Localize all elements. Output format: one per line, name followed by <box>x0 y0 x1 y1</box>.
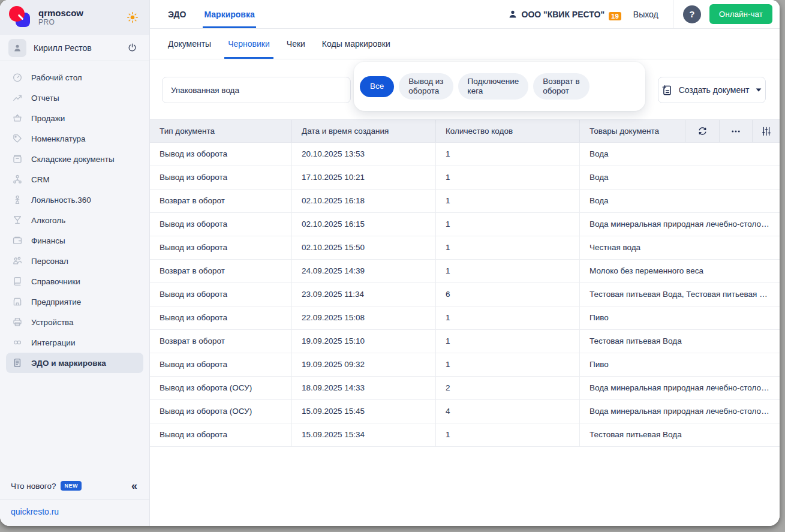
sidebar-item-crm[interactable]: CRM <box>6 169 143 190</box>
tab-чеки[interactable]: Чеки <box>287 29 305 59</box>
cell-document-type: Вывод из оборота <box>150 236 292 259</box>
sidebar-item-loyalty[interactable]: Лояльность.360 <box>6 190 143 210</box>
tab-документы[interactable]: Документы <box>168 29 211 59</box>
refresh-button[interactable] <box>685 120 720 142</box>
filter-chip[interactable]: Подключение кега <box>458 73 529 100</box>
cell-codes-count: 1 <box>436 306 580 329</box>
sidebar-item-reports[interactable]: Отчеты <box>6 88 143 108</box>
sidebar-item-label: Лояльность.360 <box>31 196 91 205</box>
sidebar-item-integrations[interactable]: Интеграции <box>6 332 143 353</box>
column-header-type: Тип документа <box>150 120 292 142</box>
sidebar-item-alcohol[interactable]: Алкоголь <box>6 210 143 230</box>
column-header-created: Дата и время создания <box>292 120 436 142</box>
sidebar-item-edo[interactable]: ЭДО и маркировка <box>6 353 143 373</box>
table-row[interactable]: Возврат в оборот 19.09.2025 15:10 1 Тест… <box>150 330 780 353</box>
sidebar-item-directories[interactable]: Справочники <box>6 271 143 291</box>
top-nav-tab[interactable]: ЭДО <box>168 0 186 28</box>
logout-link[interactable]: Выход <box>633 10 658 19</box>
cell-codes-count: 2 <box>436 377 580 399</box>
collapse-sidebar-icon[interactable]: « <box>131 480 137 491</box>
cell-created-datetime: 24.09.2025 14:39 <box>292 260 436 282</box>
filter-chip[interactable]: Возврат в оборот <box>533 73 589 100</box>
staff-icon <box>12 256 23 266</box>
online-chat-button[interactable]: Онлайн-чат <box>709 4 772 24</box>
cell-products: Тестовая питьевая Вода <box>580 330 780 353</box>
table-row[interactable]: Вывод из оборота 20.10.2025 13:53 1 Вода <box>150 143 780 166</box>
sidebar-item-sales[interactable]: Продажи <box>6 108 143 128</box>
filter-chip[interactable]: Все <box>360 76 394 97</box>
sidebar-item-label: Отчеты <box>31 94 59 103</box>
cell-created-datetime: 02.10.2025 16:18 <box>292 190 436 212</box>
cell-document-type: Вывод из оборота <box>150 213 292 236</box>
table-row[interactable]: Вывод из оборота (ОСУ) 18.09.2025 14:33 … <box>150 377 780 400</box>
sidebar-item-devices[interactable]: Устройства <box>6 312 143 332</box>
cell-products: Пиво <box>580 306 780 329</box>
search-input[interactable] <box>162 77 351 103</box>
cell-products: Пиво <box>580 353 780 376</box>
cell-document-type: Возврат в оборот <box>150 190 292 212</box>
cell-created-datetime: 20.10.2025 13:53 <box>292 143 436 166</box>
site-link[interactable]: quickresto.ru <box>0 500 149 526</box>
cell-created-datetime: 18.09.2025 14:33 <box>292 377 436 399</box>
sidebar-header: qrmoscow PRO <box>0 0 149 35</box>
cell-document-type: Вывод из оборота <box>150 423 292 446</box>
cell-document-type: Вывод из оборота <box>150 166 292 189</box>
user-row[interactable]: Кирилл Рестов <box>0 35 149 61</box>
sidebar-item-label: CRM <box>31 175 50 184</box>
cell-codes-count: 1 <box>436 143 580 166</box>
theme-sun-icon[interactable] <box>127 11 139 23</box>
sidebar-item-label: Интеграции <box>31 338 75 347</box>
top-nav: ЭДОМаркировка <box>168 0 255 28</box>
topbar: ЭДОМаркировка ООО "КВИК РЕСТО" 19 Выход … <box>150 0 780 29</box>
table-row[interactable]: Вывод из оборота 02.10.2025 15:50 1 Чест… <box>150 236 780 260</box>
whats-new-row[interactable]: Что нового? NEW « <box>0 472 149 500</box>
table-row[interactable]: Вывод из оборота 17.10.2025 10:21 1 Вода <box>150 166 780 190</box>
table-row[interactable]: Вывод из оборота 22.09.2025 15:08 1 Пиво <box>150 306 780 330</box>
crm-icon <box>12 174 23 185</box>
tab-черновики[interactable]: Черновики <box>228 29 270 59</box>
help-button[interactable]: ? <box>683 5 701 23</box>
cell-codes-count: 1 <box>436 236 580 259</box>
top-nav-tab[interactable]: Маркировка <box>204 0 254 28</box>
topbar-divider <box>673 0 673 29</box>
enterprise-icon <box>12 296 23 307</box>
cell-codes-count: 1 <box>436 260 580 282</box>
column-header-codes: Количество кодов <box>436 120 580 142</box>
cell-codes-count: 1 <box>436 330 580 353</box>
sidebar-item-label: Алкоголь <box>31 216 65 225</box>
cell-products: Тестовая питьевая Вода <box>580 423 780 446</box>
cell-created-datetime: 19.09.2025 09:32 <box>292 353 436 376</box>
new-badge: NEW <box>61 481 82 491</box>
power-icon[interactable] <box>127 43 137 53</box>
cell-document-type: Вывод из оборота (ОСУ) <box>150 400 292 423</box>
column-settings-button[interactable] <box>753 120 780 142</box>
whats-new-label: Что нового? <box>11 482 56 491</box>
organization[interactable]: ООО "КВИК РЕСТО" 19 <box>508 8 621 20</box>
integrations-icon <box>12 337 23 348</box>
sidebar-item-nomenclature[interactable]: Номенклатура <box>6 128 143 149</box>
sidebar-item-desktop[interactable]: Рабочий стол <box>6 67 143 88</box>
more-options-button[interactable] <box>720 120 753 142</box>
table-row[interactable]: Вывод из оборота (ОСУ) 15.09.2025 15:45 … <box>150 400 780 423</box>
tab-коды-маркировки[interactable]: Коды маркировки <box>322 29 390 59</box>
table-row[interactable]: Вывод из оборота 23.09.2025 11:34 6 Тест… <box>150 283 780 306</box>
marking-tabs: ДокументыЧерновикиЧекиКоды маркировки <box>150 29 780 59</box>
cell-document-type: Возврат в оборот <box>150 260 292 282</box>
create-document-button[interactable]: Создать документ <box>658 77 766 103</box>
table-row[interactable]: Вывод из оборота 02.10.2025 16:15 1 Вода… <box>150 213 780 236</box>
sidebar-item-label: ЭДО и маркировка <box>31 359 106 368</box>
table-row[interactable]: Вывод из оборота 19.09.2025 09:32 1 Пиво <box>150 353 780 377</box>
create-document-label: Создать документ <box>679 85 750 95</box>
sidebar-item-warehouse[interactable]: Складские документы <box>6 149 143 169</box>
sidebar-item-staff[interactable]: Персонал <box>6 251 143 271</box>
table-row[interactable]: Возврат в оборот 02.10.2025 16:18 1 Вода <box>150 190 780 213</box>
filter-chip[interactable]: Вывод из оборота <box>399 73 453 100</box>
cell-created-datetime: 02.10.2025 16:15 <box>292 213 436 236</box>
sidebar-item-finance[interactable]: Финансы <box>6 230 143 251</box>
table-row[interactable]: Вывод из оборота 15.09.2025 15:34 1 Тест… <box>150 423 780 447</box>
table-row[interactable]: Возврат в оборот 24.09.2025 14:39 1 Моло… <box>150 260 780 283</box>
cell-document-type: Вывод из оборота (ОСУ) <box>150 377 292 399</box>
cell-created-datetime: 23.09.2025 11:34 <box>292 283 436 306</box>
sidebar-item-enterprise[interactable]: Предприятие <box>6 291 143 312</box>
cell-document-type: Вывод из оборота <box>150 143 292 166</box>
